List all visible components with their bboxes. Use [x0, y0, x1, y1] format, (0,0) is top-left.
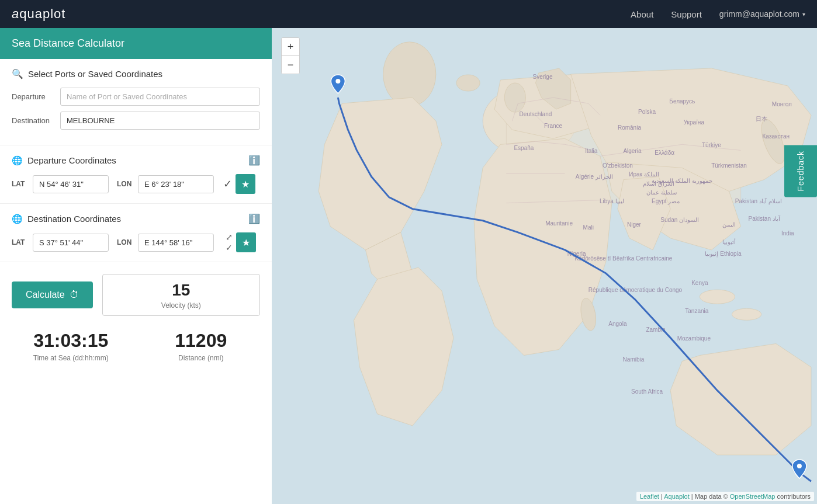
svg-text:Algérie الجزائر: Algérie الجزائر	[576, 173, 613, 180]
svg-text:اليمن: اليمن	[722, 221, 736, 228]
info-icon-destination[interactable]: ℹ️	[248, 213, 260, 224]
svg-text:Türkmenistan: Türkmenistan	[711, 162, 747, 169]
sidebar-title: Sea Distance Calculator	[0, 28, 272, 59]
time-value: 31:03:15	[12, 330, 130, 352]
attribution-text: Map data ©	[695, 493, 730, 500]
map-canvas: Sverige Deutschland Polska Беларусь Fran…	[272, 28, 817, 504]
svg-text:Pakistan اسلام آباد: Pakistan اسلام آباد	[735, 197, 782, 205]
svg-text:Казакстан: Казакстан	[763, 133, 790, 140]
svg-text:أثيوبيا: أثيوبيا	[722, 238, 736, 246]
main-layout: Sea Distance Calculator 🔍 Select Ports o…	[0, 28, 817, 504]
star-button-departure[interactable]: ★	[236, 174, 255, 194]
svg-point-7	[456, 75, 480, 91]
lon-label-destination: LON	[117, 238, 133, 246]
destination-lat-input[interactable]	[33, 234, 109, 252]
aquaplot-link[interactable]: Aquaplot	[664, 493, 689, 500]
svg-text:România: România	[618, 124, 642, 131]
map-zoom-controls: + −	[281, 37, 300, 74]
svg-text:India: India	[781, 230, 794, 237]
destination-lon-input[interactable]	[138, 234, 214, 252]
destination-row: Destination	[12, 112, 260, 130]
info-icon-departure[interactable]: ℹ️	[248, 155, 260, 166]
user-email: grimm@aquaplot.com	[719, 9, 799, 19]
destination-coord-row: LAT LON ⤢ ✓ ★	[12, 232, 260, 252]
distance-label: Distance (nmi)	[142, 354, 261, 362]
calculate-button[interactable]: Calculate ⏱	[12, 281, 93, 308]
svg-point-3	[383, 42, 436, 106]
destination-input[interactable]	[60, 112, 260, 130]
star-button-destination[interactable]: ★	[236, 232, 256, 252]
departure-lon-input[interactable]	[138, 175, 214, 193]
svg-text:Pakistan آباد: Pakistan آباد	[749, 215, 781, 222]
velocity-box: 15 Velocity (kts)	[102, 274, 260, 316]
svg-text:Украïна: Украïна	[684, 119, 705, 126]
nav-links: About Support grimm@aquaplot.com ▾	[631, 9, 805, 19]
departure-coords-section: 🌐 Departure Coordinates ℹ️ LAT LON ✓ ★	[0, 145, 272, 204]
svg-text:Tanzania: Tanzania	[685, 308, 709, 314]
destination-coords-header: 🌐 Destination Coordinates ℹ️	[12, 213, 260, 224]
time-result: 31:03:15 Time at Sea (dd:hh:mm)	[12, 330, 130, 362]
map-attribution: Leaflet | Aquaplot | Map data © OpenStre…	[636, 492, 814, 501]
osm-link[interactable]: OpenStreetMap	[730, 493, 776, 500]
velocity-label: Velocity (kts)	[109, 301, 254, 310]
svg-text:Kôdôrôsêse tî Bêafrîka Centraf: Kôdôrôsêse tî Bêafrîka Centrafricaine	[574, 255, 672, 262]
nav-support[interactable]: Support	[671, 9, 702, 19]
results-row: 31:03:15 Time at Sea (dd:hh:mm) 11209 Di…	[12, 330, 260, 362]
departure-input[interactable]	[60, 88, 260, 106]
svg-text:Türkiye: Türkiye	[702, 142, 721, 148]
svg-text:Mozambique: Mozambique	[677, 335, 711, 342]
svg-text:Niger: Niger	[627, 221, 642, 228]
zoom-out-button[interactable]: −	[282, 56, 299, 74]
svg-text:République démocratique du Con: République démocratique du Congo	[588, 287, 683, 293]
svg-text:العراق اسلام: العراق اسلام	[643, 180, 674, 187]
contributors-text: contributors	[777, 493, 811, 500]
svg-text:Angola: Angola	[608, 321, 627, 327]
calc-row: Calculate ⏱ 15 Velocity (kts)	[12, 274, 260, 316]
departure-coord-row: LAT LON ✓ ★	[12, 174, 260, 194]
sidebar: Sea Distance Calculator 🔍 Select Ports o…	[0, 28, 272, 504]
svg-text:Sverige: Sverige	[533, 74, 553, 80]
nav-user[interactable]: grimm@aquaplot.com ▾	[719, 9, 805, 19]
logo: aaquaplotquaplot	[12, 6, 65, 22]
departure-lat-input[interactable]	[33, 175, 109, 193]
svg-text:Mauritanie: Mauritanie	[545, 220, 573, 227]
lon-label-departure: LON	[117, 180, 133, 188]
svg-text:Mali: Mali	[583, 224, 594, 231]
svg-text:Polska: Polska	[638, 109, 656, 115]
nav-about[interactable]: About	[631, 9, 653, 19]
svg-point-77	[797, 464, 802, 468]
destination-coords-section: 🌐 Destination Coordinates ℹ️ LAT LON ⤢ ✓…	[0, 204, 272, 262]
navbar: aaquaplotquaplot About Support grimm@aqu…	[0, 0, 817, 28]
crosshair-icon-destination[interactable]: ⤢	[226, 232, 233, 242]
leaflet-link[interactable]: Leaflet	[640, 493, 659, 500]
select-ports-header: 🔍 Select Ports or Saved Coordinates	[12, 68, 260, 79]
svg-text:日本: 日本	[756, 116, 767, 122]
svg-text:Italia: Italia	[585, 148, 598, 154]
globe-icon-destination: 🌐	[12, 214, 23, 224]
svg-text:إثيوبيا Ethiopia: إثيوبيا Ethiopia	[705, 251, 741, 258]
svg-text:Ελλάδα: Ελλάδα	[655, 150, 674, 156]
destination-label: Destination	[12, 116, 56, 125]
zoom-in-button[interactable]: +	[282, 38, 299, 55]
distance-result: 11209 Distance (nmi)	[142, 330, 261, 362]
svg-point-6	[504, 83, 525, 112]
map-area[interactable]: + − Feedback	[272, 28, 817, 504]
velocity-value: 15	[109, 280, 254, 300]
departure-coord-actions: ✓ ★	[223, 174, 255, 194]
select-ports-section: 🔍 Select Ports or Saved Coordinates Depa…	[0, 59, 272, 145]
svg-point-4	[700, 290, 735, 304]
distance-value: 11209	[142, 330, 261, 352]
feedback-button[interactable]: Feedback	[784, 145, 817, 197]
check-icon-departure[interactable]: ✓	[223, 178, 232, 190]
svg-text:O'zbekiston: O'zbekiston	[603, 162, 633, 169]
svg-text:Namibia: Namibia	[623, 356, 645, 363]
svg-text:Sudan السودان: Sudan السودان	[660, 217, 699, 224]
search-icon: 🔍	[12, 68, 23, 79]
chevron-down-icon: ▾	[802, 11, 805, 18]
svg-text:South Africa: South Africa	[631, 388, 663, 395]
svg-text:Egypt مصر: Egypt مصر	[652, 198, 680, 205]
svg-text:France: France	[544, 123, 563, 129]
time-label: Time at Sea (dd:hh:mm)	[12, 354, 130, 362]
check-icon-destination[interactable]: ✓	[226, 243, 233, 252]
svg-text:Kenya: Kenya	[691, 280, 708, 286]
